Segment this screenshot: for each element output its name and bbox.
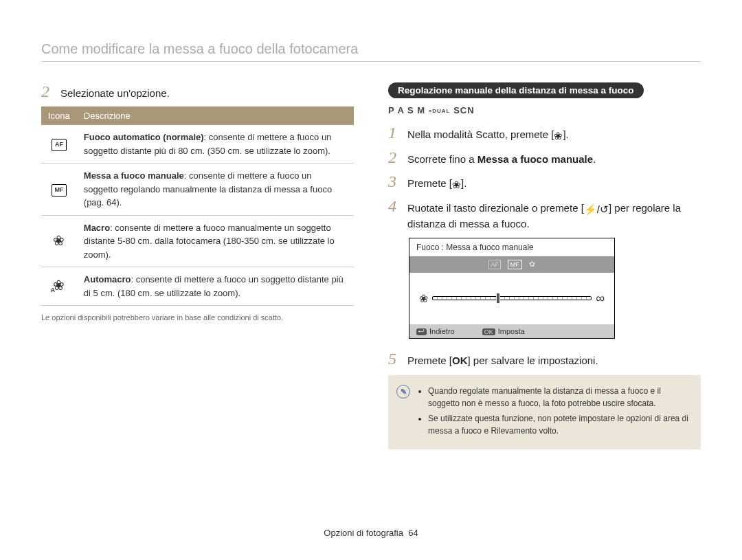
step-2: 2 Selezionate un'opzione.: [41, 82, 354, 101]
flower-a-icon: ❀A: [53, 278, 65, 294]
af-icon-cell: AF: [41, 125, 77, 164]
flower-icon: ❀: [554, 128, 563, 143]
section-header: Regolazione manuale della distanza di me…: [388, 82, 644, 98]
lcd-mf-icon: MF: [508, 260, 522, 269]
slider-handle[interactable]: [496, 293, 500, 304]
flower-icon: ❀: [452, 177, 461, 192]
automacro-desc: Automacro: consente di mettere a fuoco u…: [77, 267, 354, 306]
row-text: : consente di mettere a fuoco manualment…: [84, 223, 335, 260]
lcd-mode-bar: AF MF ✿: [409, 256, 614, 273]
focus-slider[interactable]: [432, 296, 592, 300]
infinity-icon: ∞: [596, 292, 605, 304]
step-text: Ruotate il tasto direzionale o premete […: [407, 201, 701, 231]
step-3: 3 Premete [❀].: [388, 172, 701, 192]
step-number: 1: [388, 124, 401, 142]
table-header-row: Icona Descrizione: [41, 107, 354, 125]
mode-row: P A S M «DUAL SCN: [388, 105, 701, 115]
note-item: Quando regolate manualmente la distanza …: [428, 385, 690, 410]
ok-key-icon: OK: [482, 328, 495, 335]
mf-desc: Messa a fuoco manuale: consente di mette…: [77, 164, 354, 216]
lcd-title: Fuoco : Messa a fuoco manuale: [409, 238, 614, 256]
af-desc: Fuoco automatico (normale): consente di …: [77, 125, 354, 164]
table-row: ❀A Automacro: consente di mettere a fuoc…: [41, 267, 354, 306]
note-list: Quando regolate manualmente la distanza …: [418, 385, 690, 437]
lcd-preview: Fuoco : Messa a fuoco manuale AF MF ✿ ❀ …: [409, 238, 615, 339]
page-title: Come modificare la messa a fuoco della f…: [41, 41, 701, 62]
mode-letters: P A S M: [388, 105, 425, 115]
right-column: Regolazione manuale della distanza di me…: [388, 82, 701, 449]
th-icon: Icona: [41, 107, 77, 125]
mode-scn: SCN: [453, 105, 474, 115]
footer-page: 64: [408, 528, 418, 538]
macro-icon-cell: ❀: [41, 215, 77, 267]
mode-dual-icon: «DUAL: [429, 108, 451, 114]
table-row: AF Fuoco automatico (normale): consente …: [41, 125, 354, 164]
step-number: 2: [41, 82, 54, 101]
step-text: Premete [OK] per salvare le impostazioni…: [407, 353, 598, 368]
step-4: 4 Ruotate il tasto direzionale o premete…: [388, 197, 701, 231]
content-columns: 2 Selezionate un'opzione. Icona Descrizi…: [41, 82, 701, 449]
back-key-icon: ⮠: [416, 328, 427, 335]
th-desc: Descrizione: [77, 107, 354, 125]
flash-timer-icon: ⚡/↺: [584, 202, 609, 216]
mf-icon: MF: [52, 184, 67, 197]
footer-section: Opzioni di fotografia: [324, 528, 403, 538]
step-2r: 2 Scorrete fino a Messa a fuoco manuale.: [388, 148, 701, 167]
step-text: Selezionate un'opzione.: [60, 86, 170, 100]
step-text: Scorrete fino a Messa a fuoco manuale.: [407, 152, 596, 166]
step-1: 1 Nella modalità Scatto, premete [❀].: [388, 124, 701, 143]
note-item: Se utilizzate questa funzione, non potet…: [428, 412, 690, 437]
table-row: ❀ Macro: consente di mettere a fuoco man…: [41, 215, 354, 267]
step-number: 2: [388, 148, 401, 167]
lcd-slider-area: ❀ ∞: [409, 273, 614, 324]
row-bold: Messa a fuoco manuale: [84, 170, 184, 181]
step-text: Premete [❀].: [407, 176, 466, 192]
note-box: ✎ Quando regolate manualmente la distanz…: [388, 375, 701, 449]
left-column: 2 Selezionate un'opzione. Icona Descrizi…: [41, 82, 354, 449]
row-bold: Fuoco automatico (normale): [84, 132, 204, 142]
lcd-back: ⮠Indietro: [416, 327, 455, 335]
step-text: Nella modalità Scatto, premete [❀].: [407, 127, 569, 143]
table-footnote: Le opzioni disponibili potrebbero variar…: [41, 313, 354, 323]
lcd-set: OKImposta: [482, 327, 525, 335]
macro-desc: Macro: consente di mettere a fuoco manua…: [77, 215, 354, 267]
focus-options-table: Icona Descrizione AF Fuoco automatico (n…: [41, 107, 354, 306]
step-number: 3: [388, 172, 401, 191]
step-5: 5 Premete [OK] per salvare le impostazio…: [388, 350, 701, 368]
af-icon: AF: [52, 139, 67, 151]
flower-icon: ❀: [53, 233, 65, 248]
info-icon: ✎: [396, 385, 410, 399]
step-number: 5: [388, 350, 401, 368]
lcd-bottom-bar: ⮠Indietro OKImposta: [409, 324, 614, 338]
page-footer: Opzioni di fotografia 64: [0, 528, 742, 538]
step-number: 4: [388, 197, 401, 216]
automacro-icon-cell: ❀A: [41, 267, 77, 306]
flower-icon: ❀: [419, 292, 428, 305]
row-bold: Automacro: [84, 274, 131, 284]
table-row: MF Messa a fuoco manuale: consente di me…: [41, 164, 354, 216]
row-bold: Macro: [84, 223, 110, 233]
mf-icon-cell: MF: [41, 164, 77, 216]
lcd-flower-icon: ✿: [529, 260, 535, 269]
lcd-af-icon: AF: [488, 260, 501, 269]
ok-key-icon: OK: [452, 355, 468, 366]
